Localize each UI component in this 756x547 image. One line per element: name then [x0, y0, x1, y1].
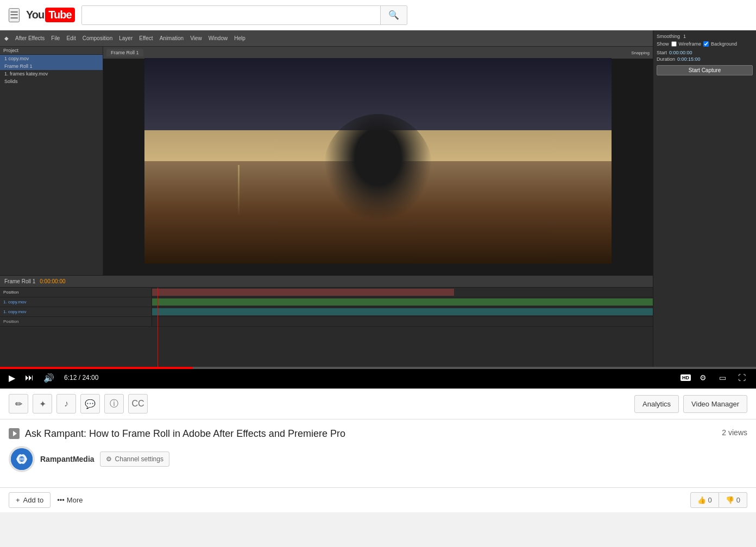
- ae-wireframe-checkbox[interactable]: [671, 41, 677, 47]
- ae-start-capture-button[interactable]: Start Capture: [657, 65, 753, 75]
- analytics-label: Analytics: [642, 400, 671, 408]
- ae-video-preview: [144, 58, 612, 264]
- ae-show-row: Show Wireframe Background: [657, 41, 753, 47]
- ae-menu-file[interactable]: File: [51, 35, 60, 41]
- ae-menu-composition[interactable]: Composition: [83, 35, 113, 41]
- hamburger-menu-button[interactable]: ☰: [9, 8, 20, 22]
- channel-settings-button[interactable]: ⚙ Channel settings: [100, 451, 169, 467]
- ae-menu-view[interactable]: View: [190, 35, 202, 41]
- ae-start-row: Start 0:00:00:00: [657, 50, 753, 55]
- video-manager-label: Video Manager: [691, 400, 739, 408]
- logo-tube-text: Tube: [45, 8, 74, 22]
- ae-menu-edit[interactable]: Edit: [66, 35, 75, 41]
- theater-mode-button[interactable]: ▭: [715, 370, 730, 385]
- add-to-button[interactable]: + Add to: [9, 492, 51, 508]
- video-info-section: Ask Rampant: How to Frame Roll in Adobe …: [0, 419, 756, 488]
- video-player-container: ◆ After Effects File Edit Composition La…: [0, 30, 756, 389]
- video-title-row: Ask Rampant: How to Frame Roll in Adobe …: [9, 428, 747, 440]
- ae-project-item-frames[interactable]: 1. frames katey.mov: [0, 70, 103, 78]
- ae-smoothing-row: Smoothing 1: [657, 34, 753, 39]
- ae-menu-layer[interactable]: Layer: [119, 35, 133, 41]
- ae-wireframe-label: Wireframe: [679, 41, 702, 47]
- edit-tool-button[interactable]: ✏: [9, 394, 28, 414]
- volume-button[interactable]: 🔊: [41, 373, 56, 383]
- ae-background-checkbox[interactable]: [703, 41, 709, 47]
- like-count: 0: [708, 496, 712, 504]
- settings-icon: ⚙: [700, 373, 707, 382]
- channel-avatar[interactable]: [9, 446, 35, 472]
- cc-icon: CC: [131, 399, 144, 409]
- channel-settings-gear-icon: ⚙: [106, 455, 112, 463]
- progress-bar-container[interactable]: [0, 367, 756, 369]
- ae-background-label: Background: [711, 41, 737, 47]
- search-button[interactable]: 🔍: [380, 6, 407, 24]
- channel-icon-svg: [9, 428, 20, 439]
- more-button[interactable]: ••• More: [53, 493, 87, 507]
- ae-timeline-panel: Frame Roll 1 0:00:00:00 Paragraph Motion…: [0, 275, 756, 367]
- ae-track-2-name: 1. copy.mov: [3, 300, 27, 304]
- like-button[interactable]: 👍 0: [690, 492, 719, 508]
- ae-lamp-post: [238, 165, 240, 217]
- channel-info: RampantMedia: [40, 455, 94, 463]
- ae-track-4-name: Position: [3, 319, 18, 324]
- channel-row: RampantMedia ⚙ Channel settings: [9, 446, 747, 472]
- youtube-logo[interactable]: YouTube: [26, 8, 75, 22]
- logo-you-text: You: [26, 9, 44, 21]
- dislike-icon: 👎: [726, 496, 734, 504]
- add-icon: +: [16, 496, 20, 504]
- channel-name[interactable]: RampantMedia: [40, 455, 94, 463]
- cc-tool-button[interactable]: CC: [128, 394, 148, 414]
- info-tool-button[interactable]: ⓘ: [104, 394, 124, 414]
- header: ☰ YouTube 🔍: [0, 0, 756, 30]
- skip-icon: ⏭: [25, 373, 34, 383]
- settings-button[interactable]: ⚙: [695, 370, 710, 385]
- ae-timeline-tab[interactable]: Frame Roll 1: [4, 278, 35, 284]
- toolbar-right: Analytics Video Manager: [634, 395, 747, 413]
- video-actions-bar: + Add to ••• More 👍 0 👎 0: [0, 488, 756, 512]
- search-input[interactable]: [82, 6, 380, 24]
- analytics-button[interactable]: Analytics: [634, 395, 679, 413]
- ae-project-item-frameroll[interactable]: Frame Roll 1: [0, 62, 103, 70]
- ae-timeline-time: 0:00:00:00: [40, 278, 65, 284]
- ae-menu-effect[interactable]: Effect: [139, 35, 153, 41]
- music-tool-button[interactable]: ♪: [56, 394, 76, 414]
- current-time: 6:12: [64, 374, 77, 381]
- ae-menu-window[interactable]: Window: [209, 35, 228, 41]
- play-pause-button[interactable]: ▶: [7, 373, 17, 383]
- enhance-tool-button[interactable]: ✦: [33, 394, 52, 414]
- ae-timeline-header: Frame Roll 1 0:00:00:00 Paragraph Motion…: [0, 276, 756, 288]
- ae-menu-aftereffects[interactable]: After Effects: [15, 35, 45, 41]
- video-title: Ask Rampant: How to Frame Roll in Adobe …: [25, 428, 716, 440]
- annotations-tool-button[interactable]: 💬: [80, 394, 100, 414]
- ae-project-item-solids[interactable]: Solids: [0, 78, 103, 85]
- ae-start-value: 0:00:00:00: [669, 50, 692, 55]
- ae-timeline-tracks: Position 1. copy.mov: [0, 288, 756, 367]
- video-manager-button[interactable]: Video Manager: [683, 395, 747, 413]
- volume-icon: 🔊: [43, 373, 54, 383]
- ae-duration-value: 0:00:15:00: [677, 56, 701, 62]
- ae-project-panel-title: Project: [0, 47, 103, 55]
- ae-track-3: 1. copy.mov: [0, 307, 756, 317]
- ae-start-label: Start: [657, 50, 667, 55]
- ae-snapping-label: Snapping: [631, 50, 650, 55]
- player-controls-bar: ▶ ⏭ 🔊 6:12 / 24:00 HD ⚙ ▭ ⛶: [0, 367, 756, 389]
- player-controls-right: HD ⚙ ▭ ⛶: [681, 370, 749, 385]
- like-dislike-area: 👍 0 👎 0: [690, 492, 747, 508]
- channel-avatar-inner: [11, 448, 33, 470]
- next-button[interactable]: ⏭: [23, 373, 36, 383]
- ae-track-2-label: 1. copy.mov: [0, 297, 152, 307]
- ae-duration-row: Duration 0:00:15:00: [657, 56, 753, 62]
- ae-bar-red: [152, 289, 454, 296]
- hamburger-icon: ☰: [10, 9, 18, 21]
- ae-menu-help[interactable]: Help: [234, 35, 245, 41]
- ae-project-item-copy[interactable]: 1 copy.mov: [0, 55, 103, 62]
- info-icon: ⓘ: [110, 398, 118, 410]
- ae-menu-animation[interactable]: Animation: [160, 35, 184, 41]
- ae-composition-panel: Frame Roll 1 Snapping: [103, 47, 653, 275]
- ae-motionsketch-panel: Smoothing 1 Show Wireframe Background St…: [653, 30, 756, 367]
- enhance-icon: ✦: [39, 399, 46, 409]
- fullscreen-button[interactable]: ⛶: [734, 370, 749, 385]
- channel-icon-small: [9, 428, 20, 439]
- ae-comp-tab-label: Frame Roll 1: [106, 49, 143, 56]
- dislike-button[interactable]: 👎 0: [719, 492, 747, 508]
